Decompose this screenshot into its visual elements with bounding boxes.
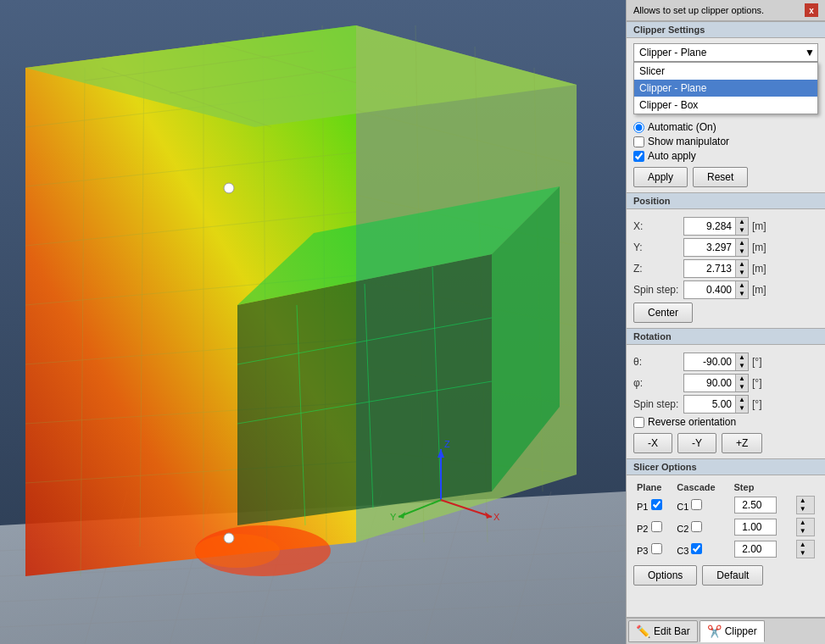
y-spin-up[interactable]: ▲ [736,239,748,247]
phi-spin-down[interactable]: ▼ [736,383,748,391]
x-input-wrap: 9.284 ▲ ▼ [683,217,749,236]
automatic-label: Automatic (On) [648,121,716,133]
p3-plane-checkbox[interactable] [651,543,662,554]
show-manipulator-label: Show manipulator [648,136,729,147]
axis-buttons-row: -X -Y +Z [633,433,818,453]
p1-step-input[interactable] [735,497,766,513]
z-spin-down[interactable]: ▼ [736,269,748,277]
rot-spin-up[interactable]: ▲ [736,396,748,404]
p3-cell: P3 [633,538,673,560]
p2-plane-checkbox[interactable] [651,521,662,532]
spin-up[interactable]: ▲ [736,281,748,290]
auto-apply-checkbox[interactable] [633,151,644,162]
c1-cascade-checkbox[interactable] [691,499,702,510]
center-button[interactable]: Center [633,303,693,323]
spin-spin-buttons: ▲ ▼ [735,281,748,298]
theta-input[interactable] [684,354,735,369]
panel-close-button[interactable]: x [805,3,818,17]
dropdown-selected[interactable]: Clipper - Plane ▼ [633,43,818,62]
y-spin-down[interactable]: ▼ [736,247,748,256]
spin-unit: [m] [752,284,766,296]
reverse-orientation-checkbox[interactable] [633,417,644,428]
x-input[interactable]: 9.284 [684,219,735,234]
rot-spin-down[interactable]: ▼ [736,404,748,413]
slicer-row-p2: P2 C2 [633,516,818,538]
y-label: Y: [633,242,680,253]
c2-label: C2 [677,524,688,534]
scene-svg: Z Y X [0,0,626,644]
clipper-settings-content: Clipper - Plane ▼ Slicer Clipper - Plane… [627,38,825,192]
automatic-radio-row: Automatic (On) [633,121,818,133]
automatic-radio[interactable] [633,122,644,133]
svg-point-48 [195,534,280,568]
c2-cascade-checkbox[interactable] [691,521,702,532]
dropdown-item-slicer[interactable]: Slicer [634,63,817,80]
rot-spin-input-wrap: ▲ ▼ [683,395,749,414]
p1-plane-checkbox[interactable] [651,499,662,510]
p2-step-input[interactable] [735,519,766,535]
pos-z-button[interactable]: +Z [722,433,762,453]
x-spin-down[interactable]: ▼ [736,226,748,235]
p2-step-wrap [734,519,777,536]
apply-reset-row: Apply Reset [633,167,818,187]
c3-label: C3 [677,546,688,556]
p3-step-up[interactable]: ▲ [797,541,809,549]
svg-point-58 [224,183,234,193]
position-x-row: X: 9.284 ▲ ▼ [m] [633,217,818,236]
y-input-wrap: ▲ ▼ [683,238,749,257]
col-plane-header: Plane [633,480,673,494]
viewport: Z Y X [0,0,626,644]
theta-unit: [°] [752,356,761,368]
c2-cell: C2 [673,516,730,538]
edit-bar-tab[interactable]: ✏️ Edit Bar [628,620,698,642]
c3-cascade-checkbox[interactable] [691,543,702,554]
spin-down[interactable]: ▼ [736,290,748,298]
show-manipulator-checkbox[interactable] [633,136,644,147]
theta-spin-up[interactable]: ▲ [736,353,748,362]
col-step-header: Step [731,480,793,494]
x-spin-up[interactable]: ▲ [736,218,748,226]
svg-text:Z: Z [444,439,450,449]
p2-step-up[interactable]: ▲ [797,519,809,527]
rotation-spin-row: Spin step: ▲ ▼ [°] [633,395,818,414]
c1-cell: C1 [673,494,730,516]
z-spin-up[interactable]: ▲ [736,260,748,269]
clipper-type-dropdown[interactable]: Clipper - Plane ▼ Slicer Clipper - Plane… [633,43,818,62]
rot-spin-unit: [°] [752,398,761,410]
slicer-row-p3: P3 C3 [633,538,818,560]
auto-apply-row: Auto apply [633,150,818,162]
apply-button[interactable]: Apply [633,167,688,187]
x-label: X: [633,220,680,232]
clipper-tab[interactable]: ✂️ Clipper [700,620,765,642]
rot-spin-input[interactable] [684,397,735,412]
phi-input-wrap: ▲ ▼ [683,374,749,392]
options-button[interactable]: Options [633,565,697,586]
y-input[interactable] [684,240,735,255]
p3-step-input[interactable] [735,541,766,557]
p2-step-down[interactable]: ▼ [797,527,809,536]
spin-input[interactable] [684,282,735,297]
rot-spin-buttons: ▲ ▼ [735,396,748,413]
p1-step-spin: ▲ ▼ [796,496,815,514]
theta-spin-down[interactable]: ▼ [736,362,748,370]
spin-input-wrap: ▲ ▼ [683,280,749,299]
phi-spin-up[interactable]: ▲ [736,375,748,383]
p1-step-cell [731,494,793,516]
neg-y-button[interactable]: -Y [677,433,716,453]
position-section-label: Position [627,192,825,209]
reset-button[interactable]: Reset [693,167,748,187]
default-button[interactable]: Default [702,565,763,586]
neg-x-button[interactable]: -X [633,433,672,453]
p1-step-down[interactable]: ▼ [797,505,809,514]
p3-step-down[interactable]: ▼ [797,549,809,558]
position-y-row: Y: ▲ ▼ [m] [633,238,818,257]
dropdown-item-clipper-box[interactable]: Clipper - Box [634,97,817,114]
z-input[interactable] [684,261,735,276]
p3-step-wrap [734,541,777,558]
dropdown-item-clipper-plane[interactable]: Clipper - Plane [634,80,817,97]
col-cascade-header: Cascade [673,480,730,494]
p1-step-up[interactable]: ▲ [797,497,809,505]
x-unit: [m] [752,220,766,232]
p2-step-spin-cell: ▲ ▼ [793,516,818,538]
phi-input[interactable] [684,375,735,391]
